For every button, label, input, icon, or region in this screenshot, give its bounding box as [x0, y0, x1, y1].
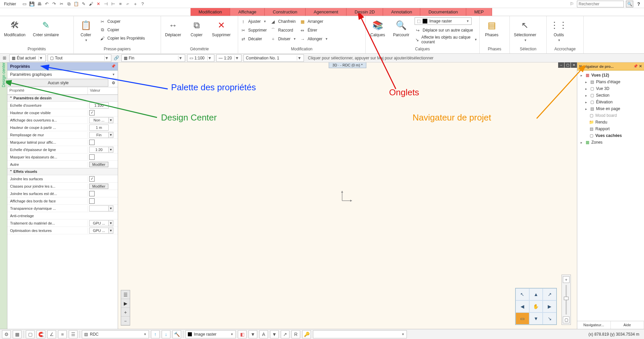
sb-down-icon[interactable]: ↓	[162, 330, 170, 338]
sb-key-icon[interactable]: 🔑	[302, 330, 311, 338]
raccord-button[interactable]: ⌒Raccord	[270, 26, 296, 34]
sb-rdc-combo[interactable]: ▤RDC▼	[82, 330, 149, 338]
tree-plans[interactable]: ▸▤Plans d'étage	[578, 79, 643, 85]
ajuster-button[interactable]: ⫶Ajuster▼	[240, 17, 267, 26]
view-tab[interactable]: 3D · - RDC (0 m) *	[329, 62, 366, 68]
undo-icon[interactable]: ↶	[44, 1, 50, 7]
sb-frame-icon[interactable]: ▢	[26, 330, 35, 338]
tab-dessin2d[interactable]: Dessin 2D	[346, 8, 383, 16]
section-effets[interactable]: ⌃ Effets visuels	[7, 168, 118, 175]
nav-se[interactable]: ↘	[543, 312, 556, 325]
val-gpu2[interactable]: GPU ...	[89, 228, 109, 234]
tab-construction[interactable]: Construction	[265, 8, 306, 16]
sb-empty-combo[interactable]: ▼	[313, 330, 407, 338]
browse-layers-button[interactable]: 🔍Parcourir	[391, 17, 411, 39]
nav-nw[interactable]: ↖	[516, 288, 529, 300]
chanfrein-button[interactable]: ◢Chanfrein	[270, 17, 296, 26]
redo-icon[interactable]: ↷	[51, 1, 57, 7]
allonger-button[interactable]: →Allonger▼	[300, 35, 328, 43]
brush-icon[interactable]: 🖌	[88, 1, 94, 7]
list-icon[interactable]: ☰	[121, 290, 130, 299]
maximize-icon[interactable]: ▢	[565, 62, 571, 68]
sb-arrow-icon[interactable]: ↗	[281, 330, 289, 338]
print-icon[interactable]: 🖶	[36, 1, 42, 7]
sb-eraser-icon[interactable]: ◧	[238, 330, 247, 338]
open-icon[interactable]: ▭	[21, 1, 28, 7]
tree-elevation[interactable]: ▸▢Élévation	[578, 99, 643, 105]
sb-raster-combo[interactable]: Image raster▼	[185, 330, 236, 338]
copy-icon[interactable]: ⧉	[66, 1, 72, 7]
tree-rendu[interactable]: 📁Rendu	[578, 119, 643, 126]
corner-icon[interactable]: ⌐	[125, 1, 131, 7]
sb-dd1-icon[interactable]: ▼	[249, 330, 257, 338]
cut-button[interactable]: ✂Couper	[99, 17, 145, 26]
val-aff-ouv[interactable]: Non ...	[89, 117, 109, 123]
save-icon[interactable]: 💾	[29, 1, 35, 7]
diviser-button[interactable]: ÷Diviser▼	[270, 35, 296, 43]
dim-icon[interactable]: ⊣	[103, 1, 109, 7]
scale1-combo[interactable]: ▭1:100▼	[187, 54, 214, 62]
val-transp[interactable]	[89, 205, 109, 211]
val-gpu1[interactable]: GPU ...	[89, 220, 109, 226]
modification-button[interactable]: 🛠Modification	[2, 17, 28, 39]
dd-aff-ouv[interactable]: ▼	[109, 117, 113, 123]
sb-text-icon[interactable]: A	[259, 330, 268, 338]
dim3-icon[interactable]: ≡	[117, 1, 123, 7]
dd-gpu1[interactable]: ▼	[109, 220, 113, 226]
copy-props-button[interactable]: 🖌Copier les Propriétés	[99, 34, 145, 42]
paste-icon[interactable]: 📋	[73, 1, 79, 7]
close-nav-icon[interactable]: ✕	[639, 64, 642, 68]
tree-zones[interactable]: ▸▦Zones	[578, 139, 643, 146]
tab-modification[interactable]: Modification	[191, 8, 230, 16]
sb-dd2-icon[interactable]: ▼	[270, 330, 279, 338]
style-button[interactable]: Aucun style	[8, 79, 108, 87]
nav-pan-icon[interactable]: ✋	[529, 300, 543, 312]
zoom-fit-icon[interactable]: ▢	[563, 317, 570, 323]
sb-magnet-icon[interactable]: 🧲	[37, 330, 45, 338]
chk-masq[interactable]	[89, 154, 95, 160]
sb-angle-icon[interactable]: ∠	[47, 330, 56, 338]
dd-gpu2[interactable]: ▼	[109, 228, 113, 234]
combination-combo[interactable]: Combination No. 1▼	[244, 54, 304, 62]
zoom-plus-icon[interactable]: ＋	[563, 276, 570, 283]
tree-vuescachees[interactable]: ▢Vues cachées	[578, 132, 643, 139]
minimize-icon[interactable]: –	[558, 62, 564, 68]
create-similar-button[interactable]: ✎Créer similaire	[31, 17, 61, 39]
chk-joindre-def[interactable]	[89, 191, 95, 196]
zoom-in-icon[interactable]: ＋	[121, 308, 130, 317]
nav-s[interactable]: ▼	[529, 312, 543, 325]
tools-button[interactable]: ⋮⋮Outils▼	[549, 17, 569, 43]
search-input[interactable]	[577, 1, 624, 7]
plus-icon[interactable]: ＋	[132, 1, 138, 7]
section-dessin[interactable]: ⌃ Paramètres de dessin	[7, 95, 118, 102]
dd-transp[interactable]: ▼	[109, 205, 113, 211]
val-rempl[interactable]: Fin	[89, 132, 109, 138]
menu-file[interactable]: Fichier	[0, 0, 20, 8]
eyedropper-icon[interactable]: ✎	[80, 1, 87, 7]
nav-sw[interactable]: ▭	[516, 312, 529, 325]
val-hauteur-partir[interactable]: 1 m	[89, 125, 109, 131]
copy-geom-button[interactable]: ⧉Copier	[186, 17, 207, 39]
chk-joindre[interactable]: ✓	[89, 176, 95, 182]
pin-nav-icon[interactable]: 📌	[633, 64, 638, 68]
paste-button[interactable]: 📋Coller▼	[76, 17, 96, 43]
nav-e[interactable]: ▶	[543, 300, 556, 312]
dim2-icon[interactable]: ⊢	[110, 1, 116, 7]
tree-miseenpage[interactable]: ▸▤Mise en page	[578, 105, 643, 112]
tout-combo[interactable]: ▢Tout▼	[48, 54, 111, 62]
arranger-button[interactable]: ▦Arranger	[300, 17, 328, 26]
sb-up-icon[interactable]: ↑	[151, 330, 160, 338]
delete-icon[interactable]: ✕	[95, 1, 101, 7]
scale2-combo[interactable]: —1:20▼	[216, 54, 241, 62]
zoom-slider[interactable]: ＋ ▢	[561, 275, 571, 325]
navigation-pad[interactable]: ↖▲↗ ◀✋▶ ▭▼↘	[515, 288, 557, 325]
tree-rapport[interactable]: ▤Rapport	[578, 126, 643, 132]
cut-icon[interactable]: ✂	[58, 1, 64, 7]
properties-combo[interactable]: Paramètres graphiques▼	[7, 70, 118, 79]
search-button[interactable]: 🔍	[626, 1, 633, 7]
dd-rempl[interactable]: ▼	[109, 132, 113, 138]
gear-icon[interactable]: ⚙	[109, 81, 118, 85]
copy-button[interactable]: ⧉Copier	[99, 26, 145, 34]
affect-layer-button[interactable]: ↘Affecte les objets au calque courant▼	[415, 36, 477, 44]
sb-gear-icon[interactable]: ⚙	[2, 330, 11, 338]
